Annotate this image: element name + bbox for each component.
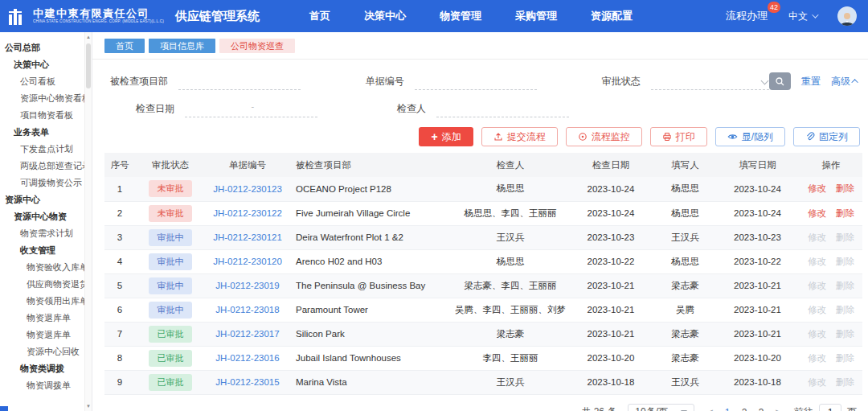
scrollbar-thumb[interactable] xyxy=(86,43,91,88)
delete-link[interactable]: 删除 xyxy=(836,257,854,266)
show-hide-columns-button[interactable]: 显/隐列 xyxy=(715,127,785,146)
col-inspected-project: 被检查项目部 xyxy=(289,153,454,177)
approval-status-select[interactable] xyxy=(651,72,769,90)
sidebar-menu-item[interactable]: 项目物资看板 xyxy=(0,107,84,124)
sidebar-menu-item[interactable]: 供应商物资退货单 xyxy=(0,276,84,293)
reset-button[interactable]: 重置 xyxy=(801,75,821,88)
sidebar-menu-item[interactable]: 物资需求计划 xyxy=(0,225,84,242)
process-todo-link[interactable]: 流程办理 42 xyxy=(726,9,768,23)
monitor-icon xyxy=(578,132,588,142)
table-body: 1 未审批 JH-0212-230123 OCEANO Project P128… xyxy=(104,177,862,394)
nav-home[interactable]: 首页 xyxy=(309,9,330,23)
page-2-button[interactable]: 2 xyxy=(739,407,749,411)
process-monitor-button[interactable]: 流程监控 xyxy=(566,127,642,146)
page-size-select[interactable]: 10条/页 xyxy=(628,404,694,411)
doc-number-link[interactable]: JH-0212-23015 xyxy=(215,377,279,387)
sidebar-menu-item[interactable]: 资源中心 xyxy=(0,191,84,208)
sidebar-menu-item[interactable]: 物资验收入库单 xyxy=(0,259,84,276)
doc-number-link[interactable]: JH-0212-23016 xyxy=(215,353,279,363)
edit-link[interactable]: 修改 xyxy=(808,257,826,266)
row-actions: 修改删除 xyxy=(800,273,862,298)
inspected-project-input[interactable] xyxy=(178,72,301,90)
nav-resource-config[interactable]: 资源配置 xyxy=(591,9,633,23)
inspect-date: 2023-10-23 xyxy=(567,225,655,249)
sidebar-menu-item[interactable]: 决策中心 xyxy=(0,56,84,73)
doc-number-link[interactable]: JH-0212-23018 xyxy=(215,305,279,314)
language-switcher[interactable]: 中文 xyxy=(788,10,817,23)
nav-material-mgmt[interactable]: 物资管理 xyxy=(440,9,481,23)
edit-link[interactable]: 修改 xyxy=(808,183,826,193)
pin-columns-button[interactable]: 固定列 xyxy=(793,127,860,146)
delete-link[interactable]: 删除 xyxy=(836,305,854,314)
sidebar-menu-item[interactable]: 物资类调拨 xyxy=(0,360,84,377)
delete-link[interactable]: 删除 xyxy=(836,377,854,387)
col-write-date: 填写日期 xyxy=(715,153,800,177)
page-3-button[interactable]: 3 xyxy=(756,407,766,411)
inspector-names: 梁志豪 xyxy=(454,322,567,346)
sidebar-menu-item[interactable]: 资源中心物资看板 xyxy=(0,90,84,107)
edit-link[interactable]: 修改 xyxy=(808,377,826,387)
goto-page-input[interactable] xyxy=(819,404,841,411)
write-date: 2023-10-23 xyxy=(715,225,800,249)
user-avatar[interactable] xyxy=(837,6,857,26)
doc-number-link[interactable]: JH-0212-230122 xyxy=(213,208,282,218)
inspector-input[interactable] xyxy=(436,100,569,117)
delete-link[interactable]: 删除 xyxy=(836,208,854,218)
doc-number-link[interactable]: JH-0212-230123 xyxy=(213,184,282,194)
sidebar-menu-item[interactable]: 收支管理 xyxy=(0,242,84,259)
doc-number-link[interactable]: JH-0212-23019 xyxy=(215,281,279,290)
page-1-button[interactable]: 1 xyxy=(723,407,732,411)
delete-link[interactable]: 删除 xyxy=(836,232,854,242)
edit-link[interactable]: 修改 xyxy=(808,208,826,218)
sidebar-menu-item[interactable]: 物资领用出库单 xyxy=(0,293,84,310)
delete-link[interactable]: 删除 xyxy=(836,281,854,290)
delete-link[interactable]: 删除 xyxy=(836,353,854,363)
tab-company-material-inspection[interactable]: 公司物资巡查 xyxy=(219,39,295,53)
person-icon xyxy=(839,11,855,26)
submit-process-button[interactable]: 提交流程 xyxy=(481,127,558,146)
inspect-date-range-input[interactable]: - xyxy=(185,100,317,117)
edit-link[interactable]: 修改 xyxy=(808,232,826,242)
prev-page-button[interactable]: < xyxy=(706,407,715,411)
main-content: 首页 项目信息库 公司物资巡查 被检查项目部 单据编号 审批状态 xyxy=(92,32,868,411)
doc-number-input[interactable] xyxy=(415,72,537,90)
sidebar-menu-item[interactable]: 物资退库单 xyxy=(0,327,84,343)
search-button[interactable] xyxy=(769,72,791,90)
edit-link[interactable]: 修改 xyxy=(808,329,826,339)
add-button[interactable]: + 添加 xyxy=(419,127,473,146)
delete-link[interactable]: 删除 xyxy=(836,183,854,193)
sidebar-menu-item[interactable]: 物资调拨单 xyxy=(0,377,84,394)
edit-link[interactable]: 修改 xyxy=(808,281,826,290)
row-index: 4 xyxy=(104,249,135,273)
filter-panel: 被检查项目部 单据编号 审批状态 xyxy=(92,60,868,125)
doc-number-link[interactable]: JH-0212-230121 xyxy=(213,232,282,242)
scroll-up-icon[interactable]: ▲ xyxy=(85,35,92,39)
sidebar-menu-item[interactable]: 两级总部巡查记录 xyxy=(0,158,84,175)
print-button[interactable]: 打印 xyxy=(650,127,707,146)
advanced-toggle[interactable]: 高级 xyxy=(831,75,858,88)
tab-home[interactable]: 首页 xyxy=(104,39,145,53)
scroll-down-icon[interactable]: ▼ xyxy=(85,404,92,409)
edit-link[interactable]: 修改 xyxy=(808,305,826,314)
doc-number-link[interactable]: JH-0212-230120 xyxy=(213,257,282,266)
sidebar-menu-item[interactable]: 下发盘点计划 xyxy=(0,141,84,158)
write-date: 2023-10-20 xyxy=(715,346,800,370)
next-page-button[interactable]: > xyxy=(773,407,783,411)
sidebar-menu-item[interactable]: 资源中心回收 xyxy=(0,343,84,360)
sidebar-menu-item[interactable]: 公司看板 xyxy=(0,73,84,90)
sidebar-menu-item[interactable]: 业务表单 xyxy=(0,124,84,141)
sidebar-scrollbar[interactable]: ▲ ▼ xyxy=(84,32,92,411)
sidebar-menu-item[interactable]: 物资退库单 xyxy=(0,310,84,327)
tab-project-info-library[interactable]: 项目信息库 xyxy=(149,39,215,53)
delete-link[interactable]: 删除 xyxy=(836,329,854,339)
action-toolbar: + 添加 提交流程 流程监控 xyxy=(92,125,868,153)
sidebar-menu-item[interactable]: 公司总部 xyxy=(0,39,84,56)
edit-link[interactable]: 修改 xyxy=(808,353,826,363)
doc-number-link[interactable]: JH-0212-23017 xyxy=(215,329,279,339)
nav-decision-center[interactable]: 决策中心 xyxy=(364,9,406,23)
sidebar-menu-item[interactable]: 可调拨物资公示 xyxy=(0,175,84,191)
write-date: 2023-10-24 xyxy=(715,201,800,225)
sidebar-menu-item[interactable]: 资源中心物资 xyxy=(0,208,84,225)
nav-procurement-mgmt[interactable]: 采购管理 xyxy=(515,9,557,23)
inspector-names: 王汉兵 xyxy=(454,225,567,249)
